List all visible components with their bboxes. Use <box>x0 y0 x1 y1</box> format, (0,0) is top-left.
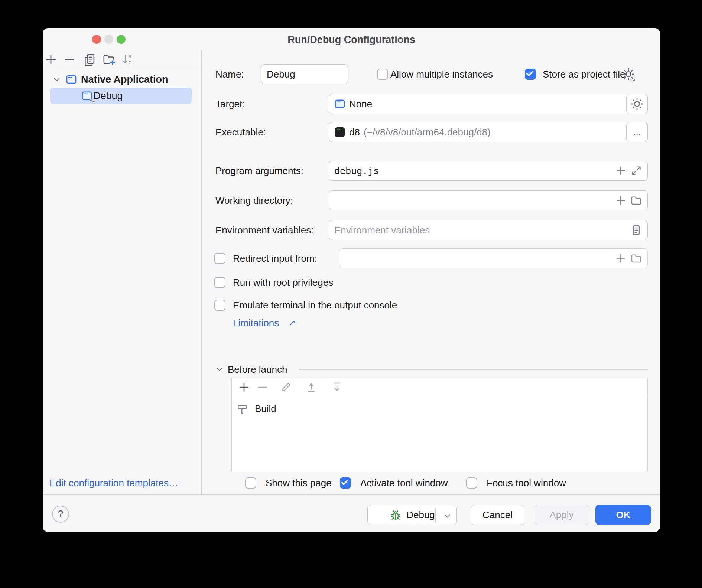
window-title: Run/Debug Configurations <box>43 34 660 46</box>
environment-variables-label: Environment variables: <box>215 220 313 240</box>
screenshot-canvas: Run/Debug Configurations a <box>0 0 702 588</box>
environment-variables-field[interactable] <box>329 220 648 240</box>
run-debug-configurations-dialog: Run/Debug Configurations a <box>43 28 660 532</box>
split-button-divider <box>435 508 436 522</box>
debug-button-label: Debug <box>406 509 435 521</box>
edit-variables-list-icon[interactable] <box>630 224 642 236</box>
redirect-input-row: Redirect input from: <box>43 248 660 268</box>
focus-tool-window-checkbox[interactable] <box>466 477 477 489</box>
environment-variables-input[interactable] <box>334 225 627 236</box>
bug-icon <box>389 509 402 521</box>
insert-macro-plus-icon[interactable] <box>615 195 627 206</box>
store-as-project-file-label[interactable]: Store as project file <box>543 64 625 84</box>
executable-value: d8 <box>349 127 360 138</box>
move-up-icon[interactable] <box>305 381 317 393</box>
browse-folder-icon[interactable] <box>630 195 642 206</box>
edit-task-pencil-icon[interactable] <box>280 381 292 393</box>
svg-text:a: a <box>129 53 131 59</box>
before-launch-task-build[interactable]: Build <box>232 400 647 418</box>
section-rule <box>299 369 648 370</box>
redirect-input-path-input[interactable] <box>345 253 611 264</box>
environment-variables-row: Environment variables: <box>43 220 660 240</box>
help-button[interactable]: ? <box>52 506 69 523</box>
working-directory-row: Working directory: <box>43 190 660 210</box>
root-privileges-row: Run with root privileges <box>43 272 660 293</box>
store-as-project-file-checkbox[interactable] <box>525 69 536 80</box>
cancel-button[interactable]: Cancel <box>471 505 524 525</box>
name-field[interactable] <box>261 64 348 84</box>
emulate-terminal-row: Emulate terminal in the output console <box>43 295 660 315</box>
name-row: Name: Allow multiple instances Store as … <box>43 64 660 84</box>
executable-select[interactable]: d8 (~/v8/v8/out/arm64.debug/d8) <box>329 122 648 142</box>
working-directory-label: Working directory: <box>215 190 293 210</box>
expand-field-icon[interactable] <box>630 165 642 177</box>
chevron-down-icon[interactable] <box>443 511 451 519</box>
debug-split-button[interactable]: Debug <box>367 505 457 525</box>
executable-browse-button[interactable]: ... <box>626 122 648 142</box>
task-label: Build <box>255 400 276 418</box>
activate-tool-window-label[interactable]: Activate tool window <box>360 473 448 493</box>
root-privileges-checkbox[interactable] <box>214 277 225 288</box>
redirect-input-field[interactable] <box>339 248 648 268</box>
program-arguments-label: Program arguments: <box>215 161 303 181</box>
new-folder-icon[interactable] <box>103 53 115 66</box>
program-arguments-input[interactable] <box>334 166 611 176</box>
activate-tool-window-checkbox[interactable] <box>340 477 351 489</box>
name-label: Name: <box>215 64 244 84</box>
program-arguments-row: Program arguments: <box>43 161 660 181</box>
before-launch-title[interactable]: Before launch <box>228 359 287 379</box>
copy-configuration-icon[interactable] <box>83 53 96 66</box>
show-this-page-label[interactable]: Show this page <box>266 473 332 493</box>
add-task-icon[interactable] <box>238 381 250 393</box>
working-directory-field[interactable] <box>329 190 648 210</box>
executable-row: Executable: d8 (~/v8/v8/out/arm64.debug/… <box>43 122 660 142</box>
show-this-page-checkbox[interactable] <box>245 477 256 489</box>
move-down-icon[interactable] <box>331 381 343 393</box>
target-settings-button[interactable] <box>626 94 648 114</box>
remove-configuration-icon[interactable] <box>63 53 76 66</box>
store-settings-gear-icon[interactable] <box>622 68 636 81</box>
footer-divider <box>43 494 660 495</box>
root-privileges-label[interactable]: Run with root privileges <box>233 272 333 293</box>
apply-button[interactable]: Apply <box>534 505 589 525</box>
redirect-input-checkbox[interactable] <box>214 253 225 264</box>
browse-folder-icon[interactable] <box>630 252 642 264</box>
target-row: Target: None <box>43 94 660 114</box>
insert-macro-plus-icon[interactable] <box>615 165 627 177</box>
name-input[interactable] <box>267 69 342 80</box>
focus-tool-window-label[interactable]: Focus tool window <box>487 473 566 493</box>
allow-multiple-instances-label[interactable]: Allow multiple instances <box>390 64 493 84</box>
before-launch-panel: Build <box>231 378 648 471</box>
build-hammer-icon <box>236 403 248 415</box>
target-app-icon <box>334 98 345 110</box>
remove-task-icon[interactable] <box>257 381 269 393</box>
before-launch-header: Before launch <box>43 359 660 379</box>
target-value: None <box>349 98 372 110</box>
footer-options-row: Show this page Activate tool window Focu… <box>43 473 660 493</box>
terminal-binary-icon <box>334 127 345 138</box>
program-arguments-field[interactable] <box>329 161 648 181</box>
working-directory-input[interactable] <box>334 195 611 206</box>
insert-macro-plus-icon[interactable] <box>615 252 627 264</box>
chevron-down-icon[interactable] <box>215 365 224 373</box>
redirect-input-label[interactable]: Redirect input from: <box>233 248 317 268</box>
executable-label: Executable: <box>215 122 266 142</box>
emulate-terminal-label[interactable]: Emulate terminal in the output console <box>233 295 397 315</box>
allow-multiple-instances-checkbox[interactable] <box>377 69 388 80</box>
target-label: Target: <box>215 94 245 114</box>
executable-path: (~/v8/v8/out/arm64.debug/d8) <box>364 127 491 138</box>
limitations-row: Limitations ↗ <box>43 313 660 333</box>
limitations-link[interactable]: Limitations <box>233 313 279 333</box>
ok-button[interactable]: OK <box>595 505 651 525</box>
sort-alphabetically-icon[interactable]: a z <box>121 53 134 66</box>
external-link-icon: ↗ <box>289 313 295 333</box>
target-select[interactable]: None <box>329 94 648 114</box>
titlebar: Run/Debug Configurations <box>43 28 660 50</box>
before-launch-toolbar <box>232 378 647 396</box>
add-configuration-icon[interactable] <box>45 53 57 66</box>
emulate-terminal-checkbox[interactable] <box>214 300 225 311</box>
